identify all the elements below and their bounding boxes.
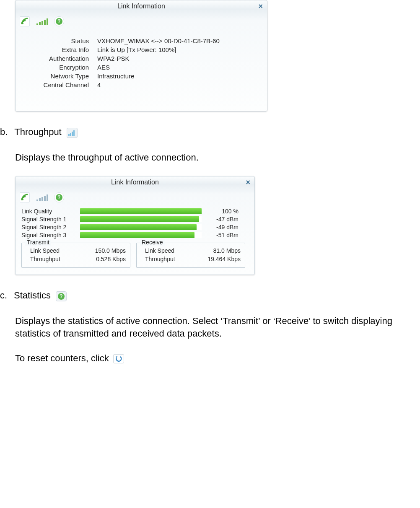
svg-rect-8 (68, 134, 70, 136)
fs-label: Link Speed (141, 247, 174, 254)
info-row: Authentication WPA2-PSK (24, 55, 259, 62)
link-info-panel-throughput: Link Information × ? (15, 176, 255, 275)
svg-rect-2 (39, 22, 41, 25)
fieldset-legend: Receive (140, 239, 165, 246)
graph-value: 100 % (202, 208, 239, 215)
panel-tabs: ? (16, 190, 254, 203)
svg-rect-11 (73, 130, 75, 136)
fs-label: Throughput (141, 256, 175, 262)
link-info-panel-status: Link Information × ? Status (15, 0, 267, 111)
info-row: Status VXHOME_WIMAX <--> 00-D0-41-C8-7B-… (24, 37, 259, 44)
graph-bar-wrap (80, 224, 202, 230)
signal-rss-icon[interactable] (20, 16, 30, 26)
list-marker-c: c. (0, 290, 7, 301)
section-b-desc: Displays the throughput of active connec… (15, 151, 409, 164)
fs-value: 0.528 Kbps (96, 256, 126, 262)
svg-rect-10 (72, 132, 73, 136)
section-b-title: Throughput (14, 127, 62, 137)
svg-point-0 (22, 23, 23, 24)
graph-label: Signal Strength 3 (21, 232, 80, 238)
graph-bar-wrap (80, 208, 202, 214)
info-value: VXHOME_WIMAX <--> 00-D0-41-C8-7B-60 (97, 37, 220, 44)
signal-rss-icon[interactable] (20, 192, 30, 202)
info-label: Central Channel (24, 81, 97, 88)
svg-rect-13 (36, 200, 38, 201)
fs-value: 19.464 Kbps (207, 256, 241, 262)
graph-value: -51 dBm (202, 232, 239, 238)
svg-rect-5 (47, 18, 48, 25)
close-icon[interactable]: × (246, 178, 250, 187)
graph-value: -47 dBm (202, 216, 239, 223)
status-info-body: Status VXHOME_WIMAX <--> 00-D0-41-C8-7B-… (16, 27, 267, 111)
fieldset-legend: Transmit (25, 239, 51, 246)
info-row: Extra Info Link is Up [Tx Power: 100%] (24, 46, 259, 53)
fs-label: Throughput (26, 256, 60, 262)
info-label: Network Type (24, 73, 97, 80)
graph-label: Signal Strength 1 (21, 216, 80, 223)
section-c-desc: Displays the statistics of active connec… (15, 315, 409, 341)
svg-text:?: ? (57, 194, 60, 200)
help-icon[interactable]: ? (54, 16, 64, 26)
graph-bar (80, 208, 202, 214)
signal-bars-table: Link Quality 100 % Signal Strength 1 -47… (21, 208, 249, 238)
graph-row: Signal Strength 3 -51 dBm (21, 232, 249, 238)
receive-fieldset: Receive Link Speed 81.0 Mbps Throughput … (136, 243, 245, 268)
reset-text: To reset counters, click (15, 353, 109, 363)
svg-text:?: ? (57, 18, 60, 24)
panel-title: Link Information (117, 3, 165, 10)
svg-text:?: ? (60, 293, 62, 299)
panel-title: Link Information (111, 179, 159, 186)
close-icon[interactable]: × (258, 2, 263, 11)
graph-label: Signal Strength 2 (21, 224, 80, 231)
graph-bar (80, 224, 197, 230)
info-value: WPA2-PSK (97, 55, 129, 62)
panel-tabs: ? (16, 14, 267, 27)
info-value: Link is Up [Tx Power: 100%] (97, 46, 176, 53)
graph-bar-wrap (80, 216, 202, 222)
info-value: AES (97, 64, 110, 71)
fs-label: Link Speed (26, 247, 60, 254)
info-label: Authentication (24, 55, 97, 62)
info-value: 4 (97, 81, 101, 88)
panel-titlebar: Link Information × (16, 176, 254, 190)
graph-row: Signal Strength 1 -47 dBm (21, 216, 249, 223)
svg-rect-9 (70, 133, 71, 136)
section-c-title: Statistics (14, 290, 51, 301)
list-marker-b: b. (0, 127, 8, 137)
signal-bars-icon[interactable] (35, 17, 49, 26)
info-value: Infrastructure (97, 73, 134, 80)
svg-rect-17 (47, 194, 48, 201)
svg-point-12 (22, 199, 23, 200)
signal-bars-icon[interactable] (35, 193, 49, 202)
info-label: Extra Info (24, 46, 97, 53)
svg-rect-16 (44, 196, 46, 201)
fs-value: 81.0 Mbps (213, 247, 241, 254)
fs-value: 150.0 Mbps (95, 247, 126, 254)
graph-bar (80, 232, 194, 238)
graph-bar (80, 216, 199, 222)
graph-bar-wrap (80, 232, 202, 238)
graph-row: Link Quality 100 % (21, 208, 249, 215)
svg-rect-1 (36, 23, 38, 25)
svg-rect-14 (39, 198, 41, 201)
info-row: Central Channel 4 (24, 81, 259, 88)
transmit-fieldset: Transmit Link Speed 150.0 Mbps Throughpu… (21, 243, 130, 268)
svg-rect-4 (44, 20, 46, 25)
svg-rect-15 (41, 197, 43, 201)
info-label: Status (24, 37, 97, 44)
graph-value: -49 dBm (202, 224, 239, 231)
graph-label: Link Quality (21, 208, 80, 215)
panel-titlebar: Link Information × (16, 0, 267, 14)
graph-row: Signal Strength 2 -49 dBm (21, 224, 249, 231)
info-row: Network Type Infrastructure (24, 73, 259, 80)
info-label: Encryption (24, 64, 97, 71)
svg-rect-3 (41, 21, 43, 25)
throughput-bars-icon (67, 128, 78, 138)
throughput-body: Link Quality 100 % Signal Strength 1 -47… (16, 203, 254, 275)
info-row: Encryption AES (24, 64, 259, 71)
help-icon[interactable]: ? (54, 192, 64, 202)
statistics-help-icon: ? (56, 291, 67, 301)
reset-undo-icon[interactable] (113, 354, 124, 363)
